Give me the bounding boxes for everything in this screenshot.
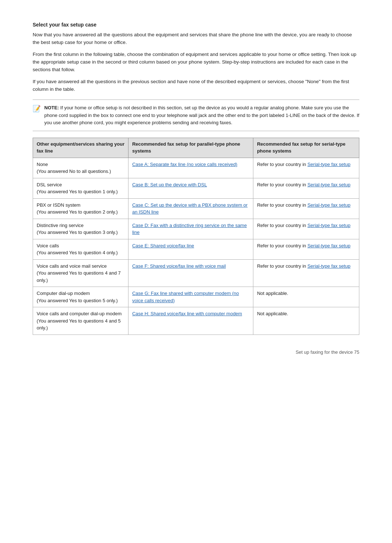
cell-serial-0[interactable]: Refer to your country in Serial-type fax…	[253, 158, 359, 178]
serial-link-5[interactable]: Serial-type fax setup	[307, 263, 351, 269]
note-body: If your home or office setup is not desc…	[44, 105, 359, 125]
table-row: Voice calls and computer dial-up modem(Y…	[33, 307, 359, 335]
table-row: Computer dial-up modem(You answered Yes …	[33, 287, 359, 307]
note-icon: 📝	[33, 105, 41, 113]
serial-link-4[interactable]: Serial-type fax setup	[307, 243, 351, 248]
serial-link-2[interactable]: Serial-type fax setup	[307, 202, 351, 208]
cell-parallel-6[interactable]: Case G: Fax line shared with computer mo…	[128, 287, 253, 307]
cell-parallel-4[interactable]: Case E: Shared voice/fax line	[128, 239, 253, 259]
cell-serial-6: Not applicable.	[253, 287, 359, 307]
cell-parallel-1[interactable]: Case B: Set up the device with DSL	[128, 178, 253, 198]
table-row: DSL service(You answered Yes to question…	[33, 178, 359, 198]
cell-serial-7: Not applicable.	[253, 307, 359, 335]
table-row: Voice calls(You answered Yes to question…	[33, 239, 359, 259]
cell-equipment-5: Voice calls and voice mail service(You a…	[33, 259, 128, 287]
footer-right: Set up faxing for the device 75	[295, 349, 359, 355]
cell-equipment-3: Distinctive ring service(You answered Ye…	[33, 219, 128, 239]
cell-equipment-0: None(You answered No to all questions.)	[33, 158, 128, 178]
footer: Set up faxing for the device 75	[33, 349, 359, 355]
case-link-parallel-6[interactable]: Case G: Fax line shared with computer mo…	[132, 291, 239, 303]
cell-parallel-3[interactable]: Case D: Fax with a distinctive ring serv…	[128, 219, 253, 239]
cell-equipment-1: DSL service(You answered Yes to question…	[33, 178, 128, 198]
cell-parallel-5[interactable]: Case F: Shared voice/fax line with voice…	[128, 259, 253, 287]
table-header-row: Other equipment/services sharing your fa…	[33, 138, 359, 158]
table-row: PBX or ISDN system(You answered Yes to q…	[33, 198, 359, 219]
case-link-parallel-7[interactable]: Case H: Shared voice/fax line with compu…	[132, 311, 242, 316]
col-header-3: Recommended fax setup for serial-type ph…	[253, 138, 359, 158]
case-link-parallel-1[interactable]: Case B: Set up the device with DSL	[132, 182, 207, 187]
col-header-1: Other equipment/services sharing your fa…	[33, 138, 128, 158]
cell-serial-1[interactable]: Refer to your country in Serial-type fax…	[253, 178, 359, 198]
case-link-parallel-4[interactable]: Case E: Shared voice/fax line	[132, 243, 194, 248]
note-label: NOTE:	[44, 105, 59, 110]
paragraph-1: Now that you have answered all the quest…	[33, 31, 359, 46]
case-link-parallel-0[interactable]: Case A: Separate fax line (no voice call…	[132, 162, 237, 167]
table-row: None(You answered No to all questions.)C…	[33, 158, 359, 178]
cell-equipment-6: Computer dial-up modem(You answered Yes …	[33, 287, 128, 307]
paragraph-3: If you have answered all the questions i…	[33, 78, 359, 93]
note-text: NOTE: If your home or office setup is no…	[44, 104, 359, 126]
cell-equipment-7: Voice calls and computer dial-up modem(Y…	[33, 307, 128, 335]
cell-parallel-2[interactable]: Case C: Set up the device with a PBX pho…	[128, 198, 253, 219]
serial-link-0[interactable]: Serial-type fax setup	[307, 162, 351, 167]
section-heading: Select your fax setup case	[33, 22, 359, 28]
cell-equipment-2: PBX or ISDN system(You answered Yes to q…	[33, 198, 128, 219]
serial-link-3[interactable]: Serial-type fax setup	[307, 223, 351, 228]
cell-parallel-7[interactable]: Case H: Shared voice/fax line with compu…	[128, 307, 253, 335]
cell-parallel-0[interactable]: Case A: Separate fax line (no voice call…	[128, 158, 253, 178]
col-header-2: Recommended fax setup for parallel-type …	[128, 138, 253, 158]
cell-serial-2[interactable]: Refer to your country in Serial-type fax…	[253, 198, 359, 219]
page-content: Select your fax setup case Now that you …	[33, 22, 359, 355]
fax-setup-table: Other equipment/services sharing your fa…	[33, 138, 359, 335]
cell-serial-4[interactable]: Refer to your country in Serial-type fax…	[253, 239, 359, 259]
note-box: 📝 NOTE: If your home or office setup is …	[33, 100, 359, 131]
cell-serial-3[interactable]: Refer to your country in Serial-type fax…	[253, 219, 359, 239]
serial-link-1[interactable]: Serial-type fax setup	[307, 182, 351, 187]
case-link-parallel-3[interactable]: Case D: Fax with a distinctive ring serv…	[132, 223, 247, 235]
paragraph-2: From the first column in the following t…	[33, 51, 359, 74]
cell-serial-5[interactable]: Refer to your country in Serial-type fax…	[253, 259, 359, 287]
table-row: Distinctive ring service(You answered Ye…	[33, 219, 359, 239]
case-link-parallel-2[interactable]: Case C: Set up the device with a PBX pho…	[132, 202, 248, 215]
case-link-parallel-5[interactable]: Case F: Shared voice/fax line with voice…	[132, 263, 226, 269]
cell-equipment-4: Voice calls(You answered Yes to question…	[33, 239, 128, 259]
table-row: Voice calls and voice mail service(You a…	[33, 259, 359, 287]
